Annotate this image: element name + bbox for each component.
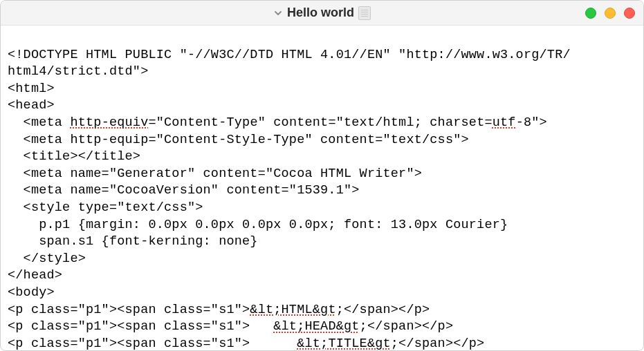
code-line: <html> [8, 82, 55, 96]
zoom-button[interactable] [605, 8, 616, 19]
spell-error: &lt;TITLE&gt [297, 336, 391, 351]
code-line: <p class="p1"><span class="s1">&lt;HTML&… [8, 303, 430, 317]
titlebar[interactable]: Hello world [1, 1, 643, 26]
code-line: <p class="p1"><span class="s1"> &lt;TITL… [8, 336, 484, 351]
code-line: <meta http-equiv="Content-Type" content=… [8, 115, 547, 130]
code-line: </head> [8, 268, 62, 283]
spell-error: http-equiv [70, 115, 148, 130]
document-icon [358, 6, 371, 20]
code-editor[interactable]: <!DOCTYPE HTML PUBLIC "-//W3C//DTD HTML … [1, 26, 643, 351]
chevron-down-icon[interactable] [273, 8, 283, 18]
code-line: <p class="p1"><span class="s1"> &lt;HEAD… [8, 319, 453, 334]
code-line: <style type="text/css"> [8, 200, 203, 215]
spell-error: utf [493, 115, 516, 130]
code-line: <meta name="CocoaVersion" content="1539.… [8, 183, 360, 198]
title-group: Hello world [273, 6, 371, 20]
code-line: <!DOCTYPE HTML PUBLIC "-//W3C//DTD HTML … [8, 48, 571, 62]
code-line: <meta http-equip="Content-Style-Type" co… [8, 133, 469, 147]
close-button[interactable] [624, 8, 635, 19]
window-controls [585, 8, 635, 19]
code-line: <meta name="Generator" content="Cocoa HT… [8, 167, 422, 181]
code-line: </style> [8, 252, 86, 266]
code-line: p.p1 {margin: 0.0px 0.0px 0.0px 0.0px; f… [8, 218, 508, 232]
window-title: Hello world [287, 6, 354, 20]
code-line: <title></title> [8, 149, 140, 164]
window: Hello world <!DOCTYPE HTML PUBLIC "-//W3… [0, 0, 644, 351]
code-line: span.s1 {font-kerning: none} [8, 234, 258, 249]
code-line: <body> [8, 285, 55, 300]
minimize-button[interactable] [585, 8, 596, 19]
code-line: html4/strict.dtd"> [8, 64, 148, 79]
spell-error: &lt;HEAD&gt [273, 319, 359, 334]
spell-error: &lt;HTML&gt [250, 303, 335, 317]
code-line: <head> [8, 98, 55, 113]
